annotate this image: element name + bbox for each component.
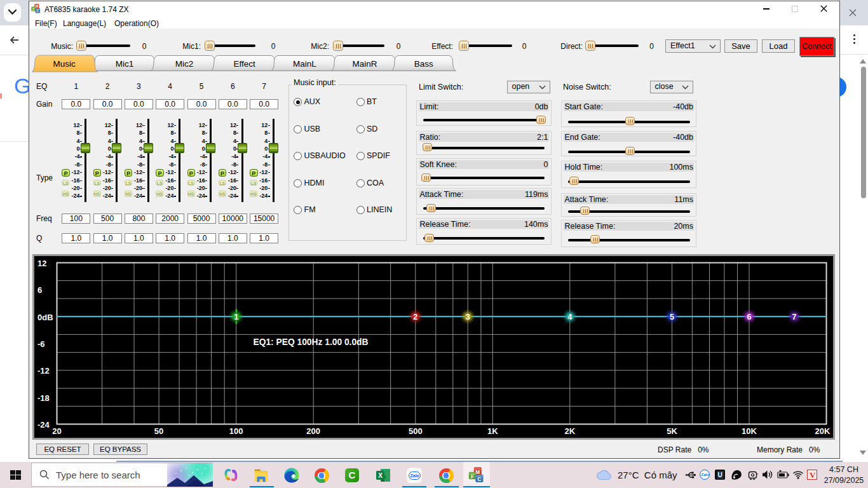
svg-text:F: F — [32, 8, 34, 11]
svg-text:-6: -6 — [37, 339, 45, 349]
svg-text:50: 50 — [154, 426, 163, 435]
svg-text:F: F — [471, 473, 474, 480]
svg-text:5: 5 — [670, 312, 674, 321]
svg-text:5K: 5K — [667, 426, 677, 435]
svg-text:100: 100 — [229, 426, 243, 435]
svg-text:MainL: MainL — [293, 59, 316, 69]
svg-text:3: 3 — [465, 312, 470, 321]
svg-text:6: 6 — [37, 285, 42, 295]
svg-text:Music: Music — [53, 59, 76, 69]
svg-text:Mic1: Mic1 — [116, 59, 134, 69]
svg-text:500: 500 — [408, 426, 422, 435]
svg-text:C: C — [477, 476, 481, 482]
svg-text:20K: 20K — [815, 426, 830, 435]
svg-text:C: C — [36, 9, 39, 13]
svg-text:2: 2 — [413, 312, 417, 321]
svg-text:Mic2: Mic2 — [175, 59, 194, 69]
svg-text:0dB: 0dB — [37, 312, 53, 322]
svg-text:-18: -18 — [37, 393, 50, 402]
svg-text:-24: -24 — [37, 420, 50, 430]
svg-text:200: 200 — [306, 426, 320, 435]
svg-text:1K: 1K — [487, 426, 498, 435]
svg-text:7: 7 — [792, 312, 796, 321]
svg-text:4: 4 — [567, 312, 572, 321]
svg-text:20: 20 — [52, 426, 61, 435]
svg-text:6: 6 — [747, 312, 751, 321]
svg-text:MainR: MainR — [353, 59, 377, 69]
svg-text:10K: 10K — [742, 426, 757, 435]
svg-text:-12: -12 — [37, 366, 50, 376]
svg-text:EQ1: PEQ 100Hz 1.00 0.0dB: EQ1: PEQ 100Hz 1.00 0.0dB — [253, 337, 368, 347]
svg-text:X: X — [378, 472, 383, 479]
svg-text:12: 12 — [37, 259, 46, 268]
svg-text:Bass: Bass — [414, 59, 433, 69]
svg-text:Effect: Effect — [234, 59, 256, 69]
svg-text:1: 1 — [234, 312, 238, 321]
svg-text:2K: 2K — [564, 426, 575, 435]
